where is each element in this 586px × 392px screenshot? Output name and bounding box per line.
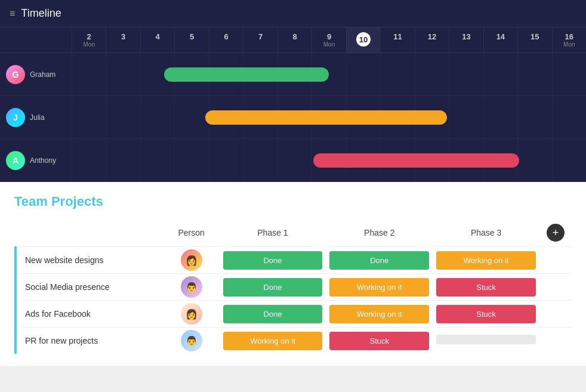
projects-section: Team Projects Person Phase 1 Phase 2 Pha… xyxy=(0,182,586,366)
gantt-col xyxy=(106,96,140,138)
gantt-col xyxy=(277,139,311,181)
timeline-section: ≡ Timeline 2Mon3456789Mon10111213141516M… xyxy=(0,0,586,182)
gantt-col xyxy=(449,53,483,95)
person-row-julia: JJulia xyxy=(0,96,586,139)
date-cell-8: 8 xyxy=(277,27,311,53)
status-badge: Stuck xyxy=(436,305,536,323)
date-cell-11: 11 xyxy=(380,27,414,53)
projects-tbody: New website designs👩DoneDoneWorking on i… xyxy=(16,247,572,354)
gantt-col xyxy=(449,96,483,138)
table-row: New website designs👩DoneDoneWorking on i… xyxy=(16,247,572,274)
person-info-graham: GGraham xyxy=(0,65,72,84)
status-badge: Working on it xyxy=(329,305,429,323)
project-name-cell: Ads for Facebook xyxy=(16,301,164,328)
project-name-cell: Social Media presence xyxy=(16,274,164,301)
gantt-col xyxy=(140,139,174,181)
person-rows-container: GGrahamJJuliaAAnthony xyxy=(0,53,586,182)
person-name-anthony: Anthony xyxy=(30,156,56,165)
gantt-bar-graham xyxy=(164,67,329,82)
gantt-col xyxy=(483,53,517,95)
gantt-col xyxy=(174,96,208,138)
status-badge: Done xyxy=(329,251,429,270)
status-badge: Working on it xyxy=(329,278,429,297)
status-cell-phase3: Working on it xyxy=(433,247,539,274)
add-col-cell xyxy=(539,274,572,301)
col-header-phase2: Phase 2 xyxy=(326,219,433,247)
menu-icon[interactable]: ≡ xyxy=(10,8,15,19)
status-cell-phase2: Done xyxy=(326,247,433,274)
add-column-button[interactable]: + xyxy=(547,224,565,242)
status-cell-phase1: Done xyxy=(220,274,326,301)
table-row: Ads for Facebook👩DoneWorking on itStuck xyxy=(16,301,572,328)
gantt-col xyxy=(106,139,140,181)
add-col-cell xyxy=(539,247,572,274)
project-person-cell: 👩 xyxy=(164,247,220,274)
add-col-cell xyxy=(539,328,572,354)
table-header-row: Person Phase 1 Phase 2 Phase 3 + xyxy=(16,219,572,247)
status-badge: Stuck xyxy=(329,332,429,350)
status-cell-phase3 xyxy=(433,328,539,354)
avatar-julia: J xyxy=(6,108,25,127)
date-cell-2: 2Mon xyxy=(72,27,106,53)
date-cell-15: 15 xyxy=(517,27,551,53)
gantt-col xyxy=(552,53,586,95)
status-badge xyxy=(436,335,536,344)
avatar: 👨 xyxy=(181,276,202,298)
gantt-col xyxy=(140,96,174,138)
person-row-graham: GGraham xyxy=(0,53,586,96)
dates-container: 2Mon3456789Mon10111213141516Mon xyxy=(72,27,586,53)
col-header-add: + xyxy=(539,219,572,247)
gantt-area-graham xyxy=(72,53,586,95)
status-cell-phase1: Done xyxy=(220,301,326,328)
avatar-anthony: A xyxy=(6,151,25,170)
project-person-cell: 👩 xyxy=(164,301,220,328)
gantt-col xyxy=(483,96,517,138)
timeline-title: Timeline xyxy=(21,7,61,20)
status-badge: Done xyxy=(223,305,323,323)
gantt-col xyxy=(552,139,586,181)
gantt-col xyxy=(517,139,551,181)
gantt-bar-julia xyxy=(205,110,447,125)
add-col-cell xyxy=(539,301,572,328)
gantt-col xyxy=(243,139,277,181)
timeline-header: ≡ Timeline xyxy=(0,0,586,27)
project-name-cell: New website designs xyxy=(16,247,164,274)
col-header-phase1: Phase 1 xyxy=(220,219,326,247)
status-badge: Done xyxy=(223,278,323,297)
gantt-bar-anthony xyxy=(313,153,519,168)
gantt-col xyxy=(380,53,414,95)
avatar: 👩 xyxy=(181,303,202,325)
gantt-area-anthony xyxy=(72,139,586,181)
status-badge: Stuck xyxy=(436,278,536,297)
date-cell-3: 3 xyxy=(106,27,140,53)
gantt-col xyxy=(517,96,551,138)
status-cell-phase1: Done xyxy=(220,247,326,274)
status-badge: Done xyxy=(223,251,323,270)
gantt-col xyxy=(72,96,106,138)
gantt-cols-graham xyxy=(72,53,586,95)
project-person-cell: 👨 xyxy=(164,328,220,354)
date-cell-16: 16Mon xyxy=(552,27,586,53)
gantt-col xyxy=(174,139,208,181)
date-cell-10: 10 xyxy=(346,27,380,53)
status-cell-phase3: Stuck xyxy=(433,274,539,301)
date-cell-4: 4 xyxy=(140,27,174,53)
col-header-person: Person xyxy=(164,219,220,247)
project-name-cell: PR for new projects xyxy=(16,328,164,354)
status-cell-phase2: Stuck xyxy=(326,328,433,354)
date-cell-13: 13 xyxy=(449,27,483,53)
date-cell-9: 9Mon xyxy=(311,27,346,53)
avatar-graham: G xyxy=(6,65,25,84)
table-row: Social Media presence👨DoneWorking on itS… xyxy=(16,274,572,301)
status-badge: Working on it xyxy=(436,251,536,270)
person-info-julia: JJulia xyxy=(0,108,72,127)
date-cell-12: 12 xyxy=(415,27,449,53)
gantt-col xyxy=(517,53,551,95)
gantt-col xyxy=(106,53,140,95)
date-cell-6: 6 xyxy=(209,27,243,53)
gantt-area-julia xyxy=(72,96,586,138)
status-badge: Working on it xyxy=(223,332,323,350)
date-cell-5: 5 xyxy=(174,27,208,53)
person-name-julia: Julia xyxy=(30,113,45,122)
gantt-col xyxy=(72,53,106,95)
